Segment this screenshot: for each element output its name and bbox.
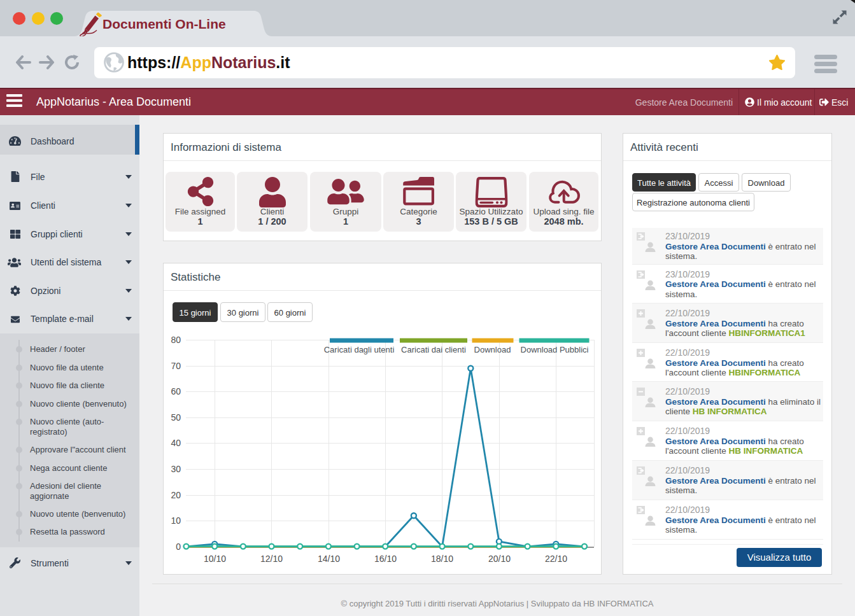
svg-text:20/10: 20/10 — [488, 554, 511, 564]
svg-text:10: 10 — [171, 515, 181, 526]
svg-text:Caricati dagli utenti: Caricati dagli utenti — [324, 345, 395, 354]
svg-text:80: 80 — [171, 335, 181, 345]
svg-text:Download: Download — [474, 345, 511, 354]
svg-text:22/10: 22/10 — [545, 554, 567, 564]
svg-text:40: 40 — [171, 438, 181, 448]
svg-text:70: 70 — [171, 361, 181, 371]
svg-text:0: 0 — [176, 542, 181, 552]
svg-text:18/10: 18/10 — [431, 554, 453, 564]
svg-text:12/10: 12/10 — [260, 554, 283, 564]
svg-text:Caricati dai clienti: Caricati dai clienti — [401, 345, 466, 354]
svg-text:20: 20 — [171, 490, 181, 500]
svg-text:60: 60 — [171, 386, 181, 396]
svg-text:50: 50 — [171, 412, 181, 423]
svg-text:Download Pubblici: Download Pubblici — [521, 345, 589, 354]
svg-text:16/10: 16/10 — [374, 554, 397, 564]
svg-text:10/10: 10/10 — [204, 554, 226, 564]
svg-text:30: 30 — [171, 464, 181, 474]
svg-text:14/10: 14/10 — [318, 554, 340, 564]
